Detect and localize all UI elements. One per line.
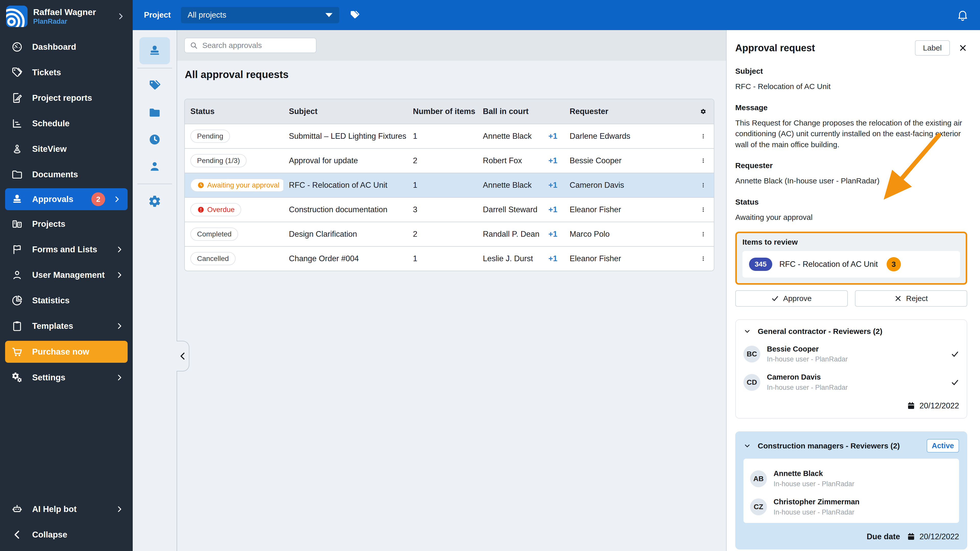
purchase-now-button[interactable]: Purchase now (5, 341, 127, 363)
sidebar-item-label: Tickets (32, 68, 61, 77)
col-header-requester[interactable]: Requester (564, 107, 695, 116)
dashboard-gauge-icon (11, 41, 23, 53)
chevron-right-icon[interactable] (116, 12, 125, 21)
table-row[interactable]: Overdue Construction documentation 3 Dar… (185, 197, 714, 222)
sidebar-item-tickets[interactable]: Tickets (0, 60, 133, 85)
label-button[interactable]: Label (915, 40, 950, 56)
chevron-down-icon (325, 13, 332, 17)
calendar-icon (907, 532, 915, 541)
sidebar-item-schedule[interactable]: Schedule (0, 111, 133, 136)
table-row[interactable]: Cancelled Change Order #004 1 Leslie J. … (185, 246, 714, 271)
more-people-link[interactable]: +1 (549, 156, 557, 165)
col-header-subject[interactable]: Subject (283, 107, 407, 116)
requester-label: Requester (735, 161, 967, 170)
user-company: PlanRadar (33, 17, 96, 25)
sidebar-item-templates[interactable]: Templates (0, 313, 133, 339)
tool-folders[interactable] (139, 99, 170, 126)
chevron-down-icon (743, 442, 751, 450)
sidebar-item-label: SiteView (32, 144, 67, 154)
requester-cell: Marco Polo (564, 230, 695, 239)
search-input[interactable] (202, 41, 311, 50)
sidebar-item-ai-help-bot[interactable]: AI Help bot (0, 496, 133, 522)
review-item[interactable]: 345 RFC - Relocation of AC Unit 3 (742, 251, 960, 278)
requester-cell: Bessie Cooper (564, 156, 695, 165)
label-tag-icon[interactable] (349, 10, 360, 21)
sidebar-user-header[interactable]: Raffael Wagner PlanRadar (0, 0, 133, 32)
cart-icon (11, 346, 23, 358)
requester-cell: Darlene Edwards (564, 132, 695, 141)
more-people-link[interactable]: +1 (549, 181, 557, 190)
table-settings-gear-icon[interactable] (700, 106, 706, 117)
sidebar-item-statistics[interactable]: Statistics (0, 288, 133, 313)
tool-settings[interactable] (139, 188, 170, 215)
group-header[interactable]: Construction managers - Reviewers (2) Ac… (743, 439, 959, 453)
row-menu-kebab-icon[interactable] (700, 229, 706, 240)
item-name: RFC - Relocation of AC Unit (780, 260, 878, 269)
subject-label: Subject (735, 67, 967, 76)
panel-collapse-handle[interactable] (177, 341, 189, 372)
chevron-right-icon (115, 271, 124, 279)
reviewer-meta: In-house user - PlanRadar (767, 383, 848, 392)
chevron-right-icon (115, 322, 124, 330)
sidebar-item-dashboard[interactable]: Dashboard (0, 34, 133, 60)
sidebar-item-projects[interactable]: Projects (0, 211, 133, 237)
avatar: CZ (750, 499, 767, 515)
approved-check-icon (951, 378, 959, 386)
row-menu-kebab-icon[interactable] (700, 253, 706, 264)
table-row-selected[interactable]: Awaiting your approval RFC - Relocation … (185, 173, 714, 197)
status-badge-overdue: Overdue (190, 203, 241, 216)
project-select[interactable]: All projects (181, 7, 339, 23)
avatar: CD (743, 374, 760, 391)
search-icon (190, 41, 198, 50)
sidebar-item-documents[interactable]: Documents (0, 162, 133, 187)
row-menu-kebab-icon[interactable] (700, 204, 706, 215)
sidebar-item-forms-and-lists[interactable]: Forms and Lists (0, 237, 133, 262)
col-header-items[interactable]: Number of items (407, 107, 477, 116)
table-row[interactable]: Completed Design Clarification 2 Randall… (185, 222, 714, 246)
sidebar-item-project-reports[interactable]: Project reports (0, 85, 133, 111)
col-header-status[interactable]: Status (185, 107, 283, 116)
ball-in-court-cell: Leslie J. Durst (483, 254, 533, 263)
message-label: Message (735, 103, 967, 112)
sidebar-item-label: User Management (32, 270, 105, 280)
tool-labels[interactable] (139, 72, 170, 99)
reviewer-name: Bessie Cooper (767, 345, 848, 354)
status-badge: Completed (190, 227, 238, 241)
sidebar-item-user-management[interactable]: User Management (0, 262, 133, 288)
schedule-gantt-icon (11, 118, 23, 129)
group-header[interactable]: General contractor - Reviewers (2) (743, 327, 959, 336)
approve-button[interactable]: Approve (735, 290, 848, 306)
row-menu-kebab-icon[interactable] (700, 130, 706, 142)
table-row[interactable]: Pending Submittal – LED Lighting Fixture… (185, 124, 714, 148)
more-people-link[interactable]: +1 (549, 254, 557, 263)
notifications-bell-icon[interactable] (956, 9, 969, 21)
sidebar-item-siteview[interactable]: SiteView (0, 136, 133, 162)
sidebar-item-approvals[interactable]: Approvals 2 (5, 188, 127, 210)
row-menu-kebab-icon[interactable] (700, 179, 706, 191)
sidebar-item-settings[interactable]: Settings (0, 365, 133, 390)
table-row[interactable]: Pending (1/3) Approval for update 2 Robe… (185, 148, 714, 173)
tool-people[interactable] (139, 153, 170, 180)
status-value: Awaiting your approval (735, 212, 967, 223)
tool-history[interactable] (139, 126, 170, 153)
reviewer-row: CD Cameron Davis In-house user - PlanRad… (743, 372, 959, 392)
chevron-left-icon (11, 529, 23, 540)
approve-label: Approve (783, 294, 811, 303)
col-header-ball-in-court[interactable]: Ball in court (477, 107, 564, 116)
approval-request-panel: Approval request Label Subject RFC - Rel… (726, 30, 980, 551)
reject-button[interactable]: Reject (855, 290, 967, 306)
tool-approvals-stamp[interactable] (139, 37, 170, 64)
reviewer-group-construction-managers: Construction managers - Reviewers (2) Ac… (735, 431, 967, 549)
approvals-stamp-icon (11, 193, 23, 205)
item-count-badge: 3 (886, 257, 901, 272)
close-icon[interactable] (959, 44, 967, 52)
more-people-link[interactable]: +1 (549, 230, 557, 239)
group-title: Construction managers - Reviewers (2) (758, 441, 900, 450)
more-people-link[interactable]: +1 (549, 205, 557, 214)
purchase-now-label: Purchase now (32, 347, 89, 357)
row-menu-kebab-icon[interactable] (700, 155, 706, 166)
gear-icon (148, 195, 161, 208)
toolbar-divider (137, 68, 172, 68)
more-people-link[interactable]: +1 (549, 132, 557, 141)
sidebar-collapse-button[interactable]: Collapse (0, 522, 133, 548)
